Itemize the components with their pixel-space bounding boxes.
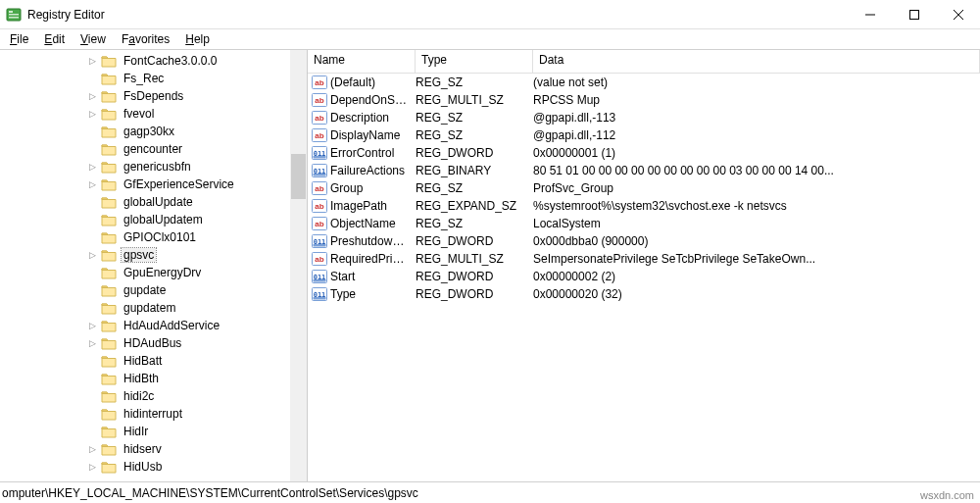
tree-item-label: GfExperienceService <box>122 177 236 191</box>
binary-value-icon: 011 <box>311 234 328 248</box>
status-bar: omputer\HKEY_LOCAL_MACHINE\SYSTEM\Curren… <box>0 481 980 503</box>
value-name: RequiredPrivileg... <box>330 252 416 266</box>
list-row[interactable]: abDisplayNameREG_SZ@gpapi.dll,-112 <box>308 126 980 144</box>
menu-edit[interactable]: Edit <box>36 30 73 48</box>
tree-item-hdaudaddservice[interactable]: ▷HdAudAddService <box>0 317 307 334</box>
list-row[interactable]: 011FailureActionsREG_BINARY80 51 01 00 0… <box>308 162 980 179</box>
menu-favorites[interactable]: Favorites <box>114 30 177 48</box>
menu-view[interactable]: View <box>73 30 114 48</box>
tree-item-label: hidserv <box>122 442 164 456</box>
tree-item-label: fvevol <box>122 107 156 121</box>
svg-text:ab: ab <box>315 184 323 193</box>
tree-item-gpioclx0101[interactable]: GPIOClx0101 <box>0 228 307 246</box>
value-type: REG_SZ <box>416 128 533 142</box>
tree-item-globalupdatem[interactable]: globalUpdatem <box>0 211 307 228</box>
folder-icon <box>100 301 118 315</box>
tree-item-label: gupdate <box>122 283 168 297</box>
folder-icon <box>100 177 118 191</box>
menu-file[interactable]: File <box>2 30 36 48</box>
list-row[interactable]: abRequiredPrivileg...REG_MULTI_SZSeImper… <box>308 250 980 268</box>
column-header-name[interactable]: Name <box>308 50 416 73</box>
list-row[interactable]: 011TypeREG_DWORD0x00000020 (32) <box>308 285 980 303</box>
tree-item-hidusb[interactable]: ▷HidUsb <box>0 458 307 476</box>
tree-item-hidbatt[interactable]: HidBatt <box>0 352 307 370</box>
string-value-icon: ab <box>311 252 328 266</box>
scrollbar-track[interactable] <box>290 50 307 481</box>
value-type: REG_SZ <box>416 75 533 89</box>
tree-expander-icon[interactable]: ▷ <box>86 179 98 189</box>
tree-item-label: genericusbfn <box>122 160 193 174</box>
tree-expander-icon[interactable]: ▷ <box>86 338 98 348</box>
tree-item-hdaudbus[interactable]: ▷HDAudBus <box>0 334 307 352</box>
value-name: DependOnService <box>330 93 416 107</box>
value-name: (Default) <box>330 75 416 89</box>
tree-pane[interactable]: ▷FontCache3.0.0.0Fs_Rec▷FsDepends▷fvevol… <box>0 50 308 481</box>
list-row[interactable]: 011StartREG_DWORD0x00000002 (2) <box>308 268 980 285</box>
tree-expander-icon[interactable]: ▷ <box>86 56 98 66</box>
tree-item-gpuenergydrv[interactable]: GpuEnergyDrv <box>0 264 307 281</box>
list-row[interactable]: abGroupREG_SZProfSvc_Group <box>308 179 980 197</box>
tree-item-hidir[interactable]: HidIr <box>0 423 307 440</box>
list-row[interactable]: 011ErrorControlREG_DWORD0x00000001 (1) <box>308 144 980 162</box>
value-type: REG_DWORD <box>416 270 533 283</box>
svg-text:ab: ab <box>315 114 323 123</box>
value-name: Group <box>330 181 416 195</box>
tree-item-label: globalUpdatem <box>122 213 205 226</box>
tree-item-fvevol[interactable]: ▷fvevol <box>0 105 307 123</box>
list-pane[interactable]: Name Type Data ab(Default)REG_SZ(value n… <box>308 50 980 481</box>
tree-item-label: gpsvc <box>122 248 156 262</box>
tree-item-hidserv[interactable]: ▷hidserv <box>0 440 307 458</box>
list-row[interactable]: abObjectNameREG_SZLocalSystem <box>308 215 980 232</box>
tree-expander-icon[interactable]: ▷ <box>86 462 98 472</box>
tree-item-fontcache3-0-0-0[interactable]: ▷FontCache3.0.0.0 <box>0 52 307 70</box>
tree-expander-icon[interactable]: ▷ <box>86 321 98 330</box>
list-row[interactable]: abDependOnServiceREG_MULTI_SZRPCSS Mup <box>308 91 980 109</box>
tree-expander-icon[interactable]: ▷ <box>86 91 98 101</box>
scrollbar-thumb[interactable] <box>291 154 306 199</box>
tree-item-hidi2c[interactable]: hidi2c <box>0 387 307 405</box>
list-row[interactable]: 011PreshutdownTi...REG_DWORD0x000dbba0 (… <box>308 232 980 250</box>
tree-expander-icon[interactable]: ▷ <box>86 250 98 260</box>
folder-icon <box>100 442 118 456</box>
folder-icon <box>100 160 118 174</box>
column-header-data[interactable]: Data <box>533 50 980 73</box>
value-type: REG_BINARY <box>416 164 533 177</box>
value-data: RPCSS Mup <box>533 93 980 107</box>
minimize-button[interactable] <box>848 0 892 29</box>
list-row[interactable]: ab(Default)REG_SZ(value not set) <box>308 74 980 91</box>
tree-item-hidbth[interactable]: HidBth <box>0 370 307 387</box>
value-type: REG_MULTI_SZ <box>416 93 533 107</box>
tree-item-gupdatem[interactable]: gupdatem <box>0 299 307 317</box>
menu-help[interactable]: Help <box>177 30 218 48</box>
value-name: Start <box>330 270 416 283</box>
tree-item-fs-rec[interactable]: Fs_Rec <box>0 70 307 87</box>
tree-item-label: HidBatt <box>122 354 164 368</box>
value-data: LocalSystem <box>533 217 980 230</box>
list-row[interactable]: abImagePathREG_EXPAND_SZ%systemroot%\sys… <box>308 197 980 215</box>
folder-icon <box>100 72 118 85</box>
tree-item-genericusbfn[interactable]: ▷genericusbfn <box>0 158 307 176</box>
tree-expander-icon[interactable]: ▷ <box>86 109 98 119</box>
tree-item-gencounter[interactable]: gencounter <box>0 140 307 158</box>
tree-item-fsdepends[interactable]: ▷FsDepends <box>0 87 307 105</box>
tree-item-gagp30kx[interactable]: gagp30kx <box>0 123 307 140</box>
close-button[interactable] <box>936 0 980 29</box>
tree-expander-icon[interactable]: ▷ <box>86 444 98 454</box>
svg-rect-38 <box>314 297 326 300</box>
tree-item-gfexperienceservice[interactable]: ▷GfExperienceService <box>0 176 307 193</box>
folder-icon <box>100 460 118 474</box>
tree-item-gpsvc[interactable]: ▷gpsvc <box>0 246 307 264</box>
tree-item-label: gagp30kx <box>122 125 176 138</box>
tree-item-label: globalUpdate <box>122 195 195 209</box>
tree-item-globalupdate[interactable]: globalUpdate <box>0 193 307 211</box>
maximize-button[interactable] <box>892 0 936 29</box>
tree-item-gupdate[interactable]: gupdate <box>0 281 307 299</box>
tree-item-hidinterrupt[interactable]: hidinterrupt <box>0 405 307 423</box>
column-header-type[interactable]: Type <box>416 50 533 73</box>
tree-item-label: HidBth <box>122 372 161 385</box>
binary-value-icon: 011 <box>311 164 328 177</box>
binary-value-icon: 011 <box>311 270 328 283</box>
tree-item-label: HDAudBus <box>122 336 183 350</box>
list-row[interactable]: abDescriptionREG_SZ@gpapi.dll,-113 <box>308 109 980 126</box>
tree-expander-icon[interactable]: ▷ <box>86 162 98 172</box>
